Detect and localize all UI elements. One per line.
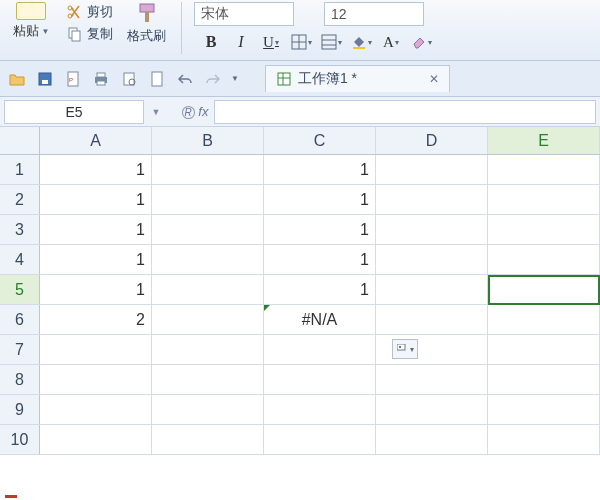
cell[interactable] xyxy=(40,365,152,394)
cell[interactable]: 1 xyxy=(264,275,376,304)
cell[interactable] xyxy=(40,395,152,424)
font-size-select[interactable]: 12 xyxy=(324,2,424,26)
cell[interactable] xyxy=(376,425,488,454)
paste-button[interactable]: 粘贴 ▼ xyxy=(6,2,56,54)
border-button[interactable]: ▾ xyxy=(288,30,314,54)
cell[interactable] xyxy=(488,275,600,304)
doc-button[interactable] xyxy=(146,68,168,90)
col-header-E[interactable]: E xyxy=(488,127,600,154)
row-header[interactable]: 7 xyxy=(0,335,40,364)
cell[interactable] xyxy=(376,305,488,334)
col-header-A[interactable]: A xyxy=(40,127,152,154)
preview-button[interactable] xyxy=(118,68,140,90)
cell[interactable] xyxy=(376,245,488,274)
save-button[interactable] xyxy=(34,68,56,90)
cell[interactable] xyxy=(40,335,152,364)
font-color-button[interactable]: A▾ xyxy=(378,30,404,54)
border2-button[interactable]: ▾ xyxy=(318,30,344,54)
cell[interactable] xyxy=(488,365,600,394)
fill-color-button[interactable]: ▾ xyxy=(348,30,374,54)
row-header[interactable]: 10 xyxy=(0,425,40,454)
cell[interactable]: 2 xyxy=(40,305,152,334)
print-button[interactable] xyxy=(90,68,112,90)
cell[interactable] xyxy=(488,395,600,424)
underline-button[interactable]: U▾ xyxy=(258,30,284,54)
cell[interactable] xyxy=(152,245,264,274)
row-header[interactable]: 4 xyxy=(0,245,40,274)
cell[interactable] xyxy=(488,155,600,184)
cut-button[interactable]: 剪切 xyxy=(64,2,116,22)
bold-button[interactable]: B xyxy=(198,30,224,54)
cell[interactable] xyxy=(152,155,264,184)
row-header[interactable]: 2 xyxy=(0,185,40,214)
cell[interactable]: 1 xyxy=(40,155,152,184)
redo-button[interactable] xyxy=(202,68,224,90)
cell[interactable]: #N/A xyxy=(264,305,376,334)
cell[interactable] xyxy=(376,155,488,184)
cell[interactable] xyxy=(152,185,264,214)
cell[interactable] xyxy=(488,215,600,244)
cell[interactable]: 1 xyxy=(264,245,376,274)
cell[interactable] xyxy=(264,395,376,424)
cell[interactable] xyxy=(376,275,488,304)
select-all-corner[interactable] xyxy=(0,127,40,154)
cell[interactable]: 1 xyxy=(40,275,152,304)
cell[interactable] xyxy=(264,425,376,454)
clear-format-button[interactable]: ▾ xyxy=(408,30,434,54)
close-icon[interactable]: ✕ xyxy=(429,72,439,86)
smart-tag-button[interactable]: ▾ xyxy=(392,339,418,359)
row-header[interactable]: 9 xyxy=(0,395,40,424)
cell[interactable] xyxy=(152,395,264,424)
cell[interactable]: 1 xyxy=(264,185,376,214)
cell[interactable] xyxy=(488,245,600,274)
cell[interactable] xyxy=(152,275,264,304)
cell[interactable]: 1 xyxy=(264,215,376,244)
cell[interactable] xyxy=(152,365,264,394)
cell[interactable] xyxy=(376,365,488,394)
row-header[interactable]: 1 xyxy=(0,155,40,184)
cell[interactable]: 1 xyxy=(264,155,376,184)
quick-access-toolbar: P ▼ 工作簿1 * ✕ xyxy=(0,61,600,97)
cell[interactable] xyxy=(152,305,264,334)
copy-button[interactable]: 复制 xyxy=(64,24,116,44)
cell[interactable]: 1 xyxy=(40,215,152,244)
cell[interactable] xyxy=(488,185,600,214)
document-tab[interactable]: 工作簿1 * ✕ xyxy=(265,65,450,92)
cell[interactable] xyxy=(152,215,264,244)
cell[interactable]: 1 xyxy=(40,245,152,274)
row-header[interactable]: 8 xyxy=(0,365,40,394)
cell[interactable] xyxy=(376,185,488,214)
format-painter-button[interactable]: 格式刷 xyxy=(124,26,169,46)
divider xyxy=(181,2,182,54)
col-header-B[interactable]: B xyxy=(152,127,264,154)
cell[interactable] xyxy=(488,335,600,364)
ribbon: 粘贴 ▼ 剪切 复制 格式刷 宋体 12 B xyxy=(0,0,600,61)
qat-more[interactable]: ▼ xyxy=(231,74,239,83)
cell[interactable] xyxy=(488,305,600,334)
pdf-button[interactable]: P xyxy=(62,68,84,90)
undo-button[interactable] xyxy=(174,68,196,90)
svg-rect-9 xyxy=(322,35,336,49)
open-button[interactable] xyxy=(6,68,28,90)
cell[interactable] xyxy=(376,395,488,424)
cell[interactable] xyxy=(264,335,376,364)
cell[interactable] xyxy=(264,365,376,394)
font-name-select[interactable]: 宋体 xyxy=(194,2,294,26)
col-header-C[interactable]: C xyxy=(264,127,376,154)
row-header[interactable]: 6 xyxy=(0,305,40,334)
row-header[interactable]: 3 xyxy=(0,215,40,244)
name-box[interactable]: E5 xyxy=(4,100,144,124)
cell[interactable] xyxy=(152,425,264,454)
row-header[interactable]: 5 xyxy=(0,275,40,304)
cell[interactable] xyxy=(376,215,488,244)
fx-icon[interactable]: R fx xyxy=(176,104,214,119)
italic-button[interactable]: I xyxy=(228,30,254,54)
cell[interactable] xyxy=(40,425,152,454)
cell[interactable] xyxy=(488,425,600,454)
formula-input[interactable] xyxy=(214,100,596,124)
col-header-D[interactable]: D xyxy=(376,127,488,154)
cell[interactable] xyxy=(152,335,264,364)
cell[interactable]: 1 xyxy=(40,185,152,214)
format-painter-icon xyxy=(134,2,160,24)
name-box-dropdown[interactable]: ▼ xyxy=(148,107,164,117)
